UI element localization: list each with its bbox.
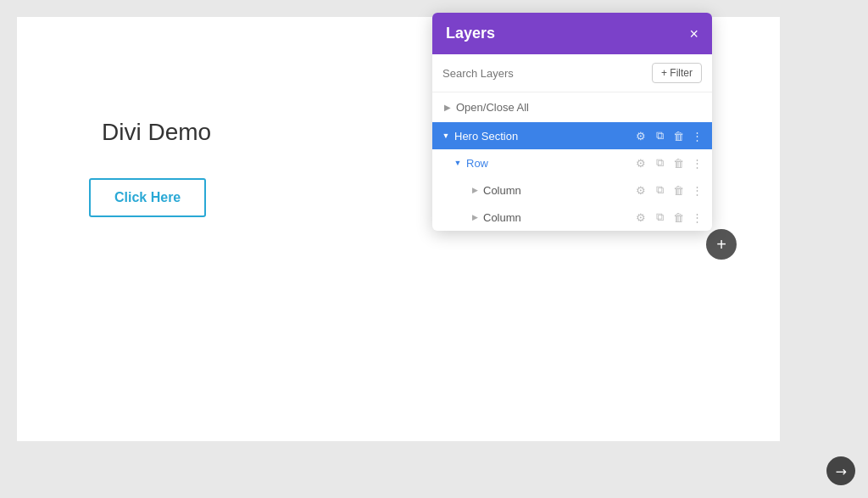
layers-body: ▶ Open/Close All ▼ Hero Section ⚙ ⧉ 🗑 ⋮ … xyxy=(432,92,712,231)
column2-arrow-icon: ▶ xyxy=(470,213,480,221)
column2-delete-icon[interactable]: 🗑 xyxy=(671,211,685,224)
open-close-all-row[interactable]: ▶ Open/Close All xyxy=(432,92,712,122)
hero-section-icons: ⚙ ⧉ 🗑 ⋮ xyxy=(634,129,704,143)
column2-label: Column xyxy=(483,211,631,224)
column1-arrow-icon: ▶ xyxy=(470,186,480,194)
layers-search-row: + Filter xyxy=(432,54,712,92)
drag-handle-icon: ↗ xyxy=(832,462,851,481)
row-icons: ⚙ ⧉ 🗑 ⋮ xyxy=(634,156,704,170)
hero-section-delete-icon[interactable]: 🗑 xyxy=(671,130,685,143)
row-more-icon[interactable]: ⋮ xyxy=(690,157,704,170)
hero-section-copy-icon[interactable]: ⧉ xyxy=(653,129,666,143)
row-arrow-icon: ▼ xyxy=(453,159,463,167)
row-label: Row xyxy=(466,157,631,170)
open-close-label: Open/Close All xyxy=(456,101,529,114)
layer-row-column-2[interactable]: ▶ Column ⚙ ⧉ 🗑 ⋮ xyxy=(432,204,712,231)
row-settings-icon[interactable]: ⚙ xyxy=(634,157,648,170)
hero-section-label: Hero Section xyxy=(454,130,631,143)
layers-panel: Layers × + Filter ▶ Open/Close All ▼ Her… xyxy=(432,13,712,231)
layers-search-input[interactable] xyxy=(442,67,645,80)
drag-handle-button[interactable]: ↗ xyxy=(826,456,855,485)
add-element-button[interactable]: + xyxy=(706,229,737,260)
column1-label: Column xyxy=(483,184,631,197)
hero-section-more-icon[interactable]: ⋮ xyxy=(690,130,704,143)
hero-section-settings-icon[interactable]: ⚙ xyxy=(634,130,648,143)
column1-more-icon[interactable]: ⋮ xyxy=(690,184,704,197)
demo-text: Divi Demo xyxy=(102,119,211,146)
open-close-arrow-icon: ▶ xyxy=(444,103,451,112)
layers-title: Layers xyxy=(446,25,495,42)
column2-icons: ⚙ ⧉ 🗑 ⋮ xyxy=(634,210,704,224)
row-copy-icon[interactable]: ⧉ xyxy=(653,156,666,170)
layers-header: Layers × xyxy=(432,13,712,54)
filter-button[interactable]: + Filter xyxy=(652,63,702,83)
column1-settings-icon[interactable]: ⚙ xyxy=(634,184,648,197)
click-here-button[interactable]: Click Here xyxy=(89,178,206,217)
column2-settings-icon[interactable]: ⚙ xyxy=(634,211,648,224)
hero-section-arrow-icon: ▼ xyxy=(441,131,451,140)
column1-delete-icon[interactable]: 🗑 xyxy=(671,184,685,197)
add-icon: + xyxy=(716,235,726,255)
row-delete-icon[interactable]: 🗑 xyxy=(671,157,685,170)
column1-icons: ⚙ ⧉ 🗑 ⋮ xyxy=(634,183,704,197)
column2-copy-icon[interactable]: ⧉ xyxy=(653,210,666,224)
layer-row-hero-section[interactable]: ▼ Hero Section ⚙ ⧉ 🗑 ⋮ xyxy=(432,122,712,149)
layer-row-column-1[interactable]: ▶ Column ⚙ ⧉ 🗑 ⋮ xyxy=(432,176,712,204)
layers-close-button[interactable]: × xyxy=(689,26,698,42)
column1-copy-icon[interactable]: ⧉ xyxy=(653,183,666,197)
column2-more-icon[interactable]: ⋮ xyxy=(690,211,704,224)
layer-row-row[interactable]: ▼ Row ⚙ ⧉ 🗑 ⋮ xyxy=(432,149,712,176)
